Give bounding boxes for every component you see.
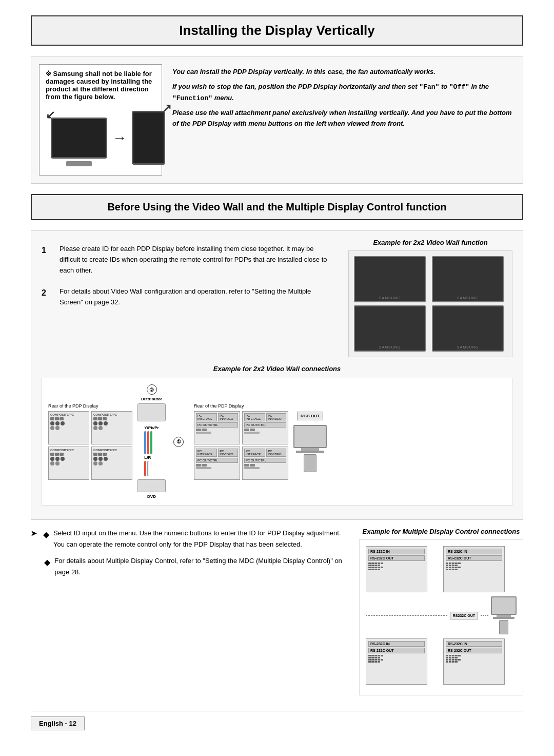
page-title: Installing the Display Vertically	[42, 23, 512, 38]
mdc-grid-bottom: RS-232C IN RS-232C OUT RS-232C IN RS-232…	[366, 638, 517, 685]
mdc-connection-row: RS232C OUT	[366, 596, 517, 634]
page-title-box: Installing the Display Vertically	[31, 15, 523, 46]
footer: English - 12	[31, 711, 523, 735]
bottom-left: ➤ ◆ Select ID input on the menu. Use the…	[31, 528, 344, 695]
mdc-unit-3: RS-232C IN RS-232C OUT	[366, 638, 427, 685]
ypbpr-label: Y/Pb/Pr	[144, 425, 159, 430]
rs232in-label-1: RS-232C IN	[368, 549, 425, 554]
mdc-unit-4: RS-232C IN RS-232C OUT	[443, 638, 505, 685]
computer-icon	[293, 425, 327, 472]
pdp-unit-2: COMPOSITE/PC	[91, 411, 132, 444]
mdc-unit-1: RS-232C IN RS-232C OUT	[366, 546, 427, 592]
bullet-symbol-1: ◆	[43, 528, 49, 550]
rs232out-label-1: RS-232C OUT	[368, 555, 425, 561]
bottom-right: Example for Multiple Display Control con…	[359, 528, 523, 695]
pdp-group-right: PC INTEFACE PC IN/VIDEO PC OUT/CTRL	[194, 411, 288, 480]
pdp-unit-r3: PC INTEFACE PC IN/VIDEO PC OUT/CTRL	[194, 447, 240, 480]
mdc-unit-2: RS-232C IN RS-232C OUT	[443, 546, 505, 592]
desc-para1: You can install the PDP Display vertical…	[172, 68, 436, 75]
example1-title: Example for 2x2 Video Wall function	[348, 239, 512, 246]
dot-ports-1	[368, 563, 425, 570]
right-description: You can install the PDP Display vertical…	[172, 64, 515, 176]
mdc-computer	[491, 596, 517, 634]
rs232in-label-4: RS-232C IN	[446, 641, 502, 647]
footer-page-label: English - 12	[31, 716, 85, 730]
vw-screen-2	[432, 256, 504, 302]
arrow-right-icon: →	[112, 130, 127, 146]
rs232c-out-box: RS232C OUT	[450, 612, 478, 619]
numbered-section: 1 Please create ID for each PDP Display …	[42, 239, 333, 357]
rs232out-label-2: RS-232C OUT	[446, 555, 502, 561]
example-section: 1 Please create ID for each PDP Display …	[42, 239, 512, 357]
list-text-2: For details about Video Wall configurati…	[60, 286, 333, 308]
connections-section: Example for 2x2 Video Wall connections R…	[42, 365, 512, 506]
bullet-item-1: ➤ ◆ Select ID input on the menu. Use the…	[31, 528, 344, 550]
pdp-unit-r4: PC INTEFACE PC IN/VIDEO PC OUT/CTRL	[242, 447, 288, 480]
list-item-1: 1 Please create ID for each PDP Display …	[42, 239, 333, 281]
lr-cables	[144, 461, 149, 476]
warning-text: ※ Samsung shall not be liable for damage…	[46, 70, 152, 101]
distributor-label: Distributor	[141, 397, 162, 401]
list-num-1: 1	[42, 244, 52, 276]
pdp-unit-1: COMPOSITE/PC	[48, 411, 89, 444]
rear-pdp-label-right: Rear of the PDP Display PC INTEFACE PC I…	[194, 403, 288, 480]
pdp-unit-4: COMPOSITE/PC	[91, 447, 132, 480]
list-num-2: 2	[42, 286, 52, 308]
spacer-1	[31, 555, 40, 578]
list-text-1: Please create ID for each PDP Display be…	[60, 244, 333, 276]
vw-screen-1	[354, 256, 426, 302]
desc-para2a: If you wish to stop the fan, position th…	[172, 83, 489, 102]
bullet-symbol-2: ◆	[44, 555, 50, 578]
bullet-text-2: For details about Multiple Display Contr…	[54, 555, 344, 578]
pdp-group-left: COMPOSITE/PC	[48, 411, 132, 480]
dot-ports-4	[446, 655, 502, 663]
vw-screen-3	[354, 305, 426, 352]
rs232in-label-2: RS-232C IN	[446, 549, 502, 554]
distributor-device	[137, 403, 166, 421]
rs232out-label-3: RS-232C OUT	[368, 648, 425, 653]
example2-title: Example for 2x2 Video Wall connections	[42, 365, 512, 373]
dashed-line-1	[366, 615, 447, 616]
rgb-out-label: RGB OUT	[297, 412, 323, 420]
video-wall-example: Example for 2x2 Video Wall function	[348, 239, 512, 357]
code-off: "Off"	[449, 83, 469, 91]
circle-num-1: ①	[173, 437, 184, 447]
rgb-computer: RGB OUT	[293, 412, 327, 472]
list-item-2: 2 For details about Video Wall configura…	[42, 281, 333, 313]
ypbpr-cables	[144, 431, 152, 454]
arrow-icon-1: ➤	[31, 528, 37, 550]
bullet-item-2: ◆ For details about Multiple Display Con…	[31, 555, 344, 578]
cables-distributor: ② Distributor Y/Pb/Pr L/R	[137, 384, 166, 499]
rear-pdp-label-left: Rear of the PDP Display COMPOSITE/PC	[48, 403, 132, 480]
left-connection: Rear of the PDP Display COMPOSITE/PC	[48, 384, 184, 499]
main-content: 1 Please create ID for each PDP Display …	[31, 230, 523, 520]
dvd-label: DVD	[147, 494, 156, 499]
top-section: ※ Samsung shall not be liable for damage…	[31, 56, 523, 184]
dashed-line-2	[481, 615, 488, 616]
cable-labels: Y/Pb/Pr L/R	[144, 425, 159, 476]
bullet-list: ➤ ◆ Select ID input on the menu. Use the…	[31, 528, 344, 578]
code-function: "Function"	[172, 94, 212, 102]
numbered-list: 1 Please create ID for each PDP Display …	[42, 239, 333, 313]
section-title-box: Before Using the Video Wall and the Mult…	[31, 194, 523, 220]
dot-ports-2	[446, 563, 502, 570]
warning-box: ※ Samsung shall not be liable for damage…	[39, 64, 162, 176]
vw-screen-4	[432, 305, 504, 352]
dvd-device	[137, 479, 166, 492]
mdc-grid-top: RS-232C IN RS-232C OUT RS-232C IN RS-232…	[366, 546, 517, 592]
dot-ports-3	[368, 655, 425, 663]
pdp-unit-3: COMPOSITE/PC	[48, 447, 89, 480]
circle-num-2: ②	[147, 384, 157, 395]
example3-title: Example for Multiple Display Control con…	[359, 528, 523, 535]
monitor-vertical-icon	[132, 111, 165, 165]
monitor-horizontal-icon	[51, 118, 107, 159]
pdp-unit-r2: PC INTEFACE PC IN/VIDEO PC OUT/CTRL	[242, 411, 288, 444]
desc-para3: Please use the wall attachment panel exc…	[172, 109, 511, 127]
rear-label-2: Rear of the PDP Display	[194, 403, 288, 409]
bullet-text-1: Select ID input on the menu. Use the num…	[53, 528, 344, 550]
rear-label-1: Rear of the PDP Display	[48, 403, 132, 409]
right-connection: Rear of the PDP Display PC INTEFACE PC I…	[194, 384, 327, 499]
bottom-section: ➤ ◆ Select ID input on the menu. Use the…	[31, 528, 523, 695]
connection-diagrams: Rear of the PDP Display COMPOSITE/PC	[42, 378, 512, 506]
video-wall-grid	[348, 250, 512, 357]
